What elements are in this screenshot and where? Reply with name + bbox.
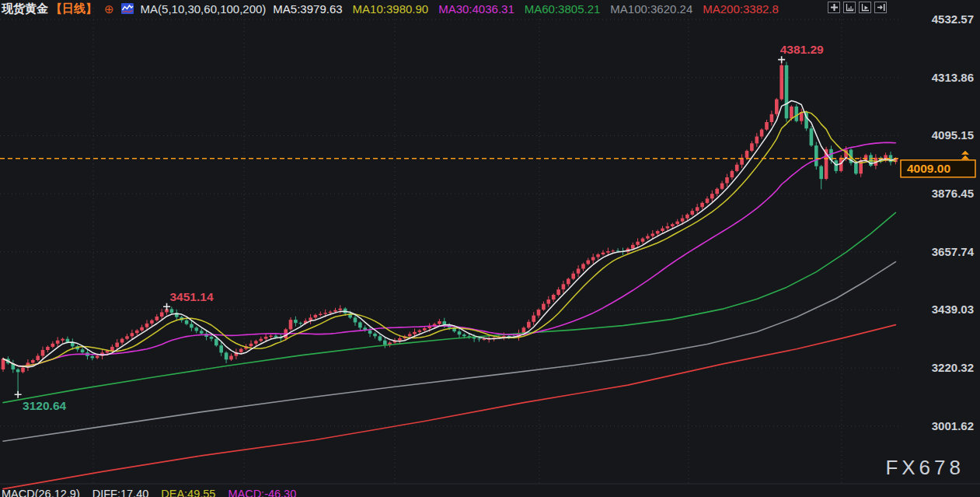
candle-body xyxy=(473,338,476,338)
ma-settings-label[interactable]: MA(5,10,30,60,100,200) xyxy=(141,2,267,16)
candle-body xyxy=(125,336,129,338)
axis-scale-icon[interactable] xyxy=(843,2,856,13)
y-axis-label: 3876.45 xyxy=(932,187,974,200)
ma-line-ma100 xyxy=(3,262,895,442)
candle-body xyxy=(715,189,719,194)
ma-legend-item: MA5:3979.63 xyxy=(273,2,342,16)
candle-body xyxy=(810,128,814,145)
candle-body xyxy=(483,339,487,340)
candle-body xyxy=(765,122,769,130)
candle-body xyxy=(160,313,164,317)
candle-body xyxy=(383,341,387,345)
candlestick-chart[interactable]: 4009.004532.574313.864095.153876.453657.… xyxy=(0,0,980,497)
candle-body xyxy=(354,317,357,322)
candle-body xyxy=(314,315,318,317)
macd-diff-value: DIFF:17.40 xyxy=(92,488,149,497)
move-icon[interactable] xyxy=(828,2,840,13)
candle-body xyxy=(115,343,119,348)
candle-body xyxy=(755,137,759,144)
y-axis-label: 3439.03 xyxy=(932,303,974,316)
candle-body xyxy=(691,211,695,215)
candle-body xyxy=(319,314,323,315)
exit-right-icon[interactable] xyxy=(874,2,887,13)
candle-body xyxy=(106,351,110,352)
candle-body xyxy=(21,368,25,373)
candle-body xyxy=(656,231,660,233)
candle-body xyxy=(46,347,50,350)
candle-body xyxy=(651,233,655,236)
candle-body xyxy=(66,339,70,342)
y-axis-label: 3657.74 xyxy=(932,245,975,258)
candle-body xyxy=(864,155,868,160)
candle-body xyxy=(185,320,189,324)
candle-body xyxy=(2,359,5,369)
candle-body xyxy=(666,226,670,229)
macd-indicator-row[interactable]: MACD(26,12,9) DIFF:17.40 DEA:49.55 MACD:… xyxy=(2,488,296,497)
candle-body xyxy=(675,222,679,224)
candle-body xyxy=(602,253,605,254)
candle-body xyxy=(398,338,402,341)
candle-body xyxy=(264,337,268,339)
candle-body xyxy=(368,331,372,334)
ma-line-ma10 xyxy=(3,112,895,366)
add-indicator-icon[interactable]: ⊕ xyxy=(104,3,114,15)
candle-body xyxy=(269,336,273,337)
candle-body xyxy=(36,356,40,361)
candle-body xyxy=(775,100,779,114)
candle-body xyxy=(358,323,362,328)
price-up-arrow-icon xyxy=(961,151,969,155)
candle-body xyxy=(542,304,546,310)
candle-body xyxy=(31,360,35,362)
candle-body xyxy=(641,239,645,242)
candle-body xyxy=(562,284,566,289)
candle-body xyxy=(413,332,417,334)
candle-body xyxy=(760,130,764,137)
y-axis-label: 4313.86 xyxy=(932,71,974,84)
y-axis-label: 4095.15 xyxy=(932,128,974,142)
candle-body xyxy=(587,261,591,264)
candle-body xyxy=(785,65,789,118)
ma-legend-item: MA10:3980.90 xyxy=(353,2,429,16)
ma-legend-item: MA30:4036.31 xyxy=(438,2,514,16)
axis-play-icon[interactable] xyxy=(859,2,871,13)
candle-body xyxy=(61,339,65,341)
candle-body xyxy=(661,229,664,231)
candle-body xyxy=(56,341,60,344)
candle-body xyxy=(646,236,650,239)
candle-body xyxy=(81,349,85,352)
candle-body xyxy=(16,369,20,372)
candle-body xyxy=(170,309,174,313)
candle-body xyxy=(239,349,243,352)
candle-body xyxy=(443,321,447,324)
candle-body xyxy=(210,337,214,339)
candle-body xyxy=(706,198,710,203)
candle-body xyxy=(745,151,749,158)
chart-type-icon[interactable] xyxy=(121,3,134,14)
candle-body xyxy=(458,331,462,334)
candle-body xyxy=(591,257,595,261)
current-price-value: 4009.00 xyxy=(907,162,950,175)
period-tag[interactable]: 【日线】 xyxy=(51,2,97,16)
candle-body xyxy=(596,254,600,257)
candle-body xyxy=(145,324,149,327)
extreme-price-label: 3120.64 xyxy=(23,399,66,412)
candle-body xyxy=(671,224,675,226)
candle-body xyxy=(110,347,114,351)
candle-body xyxy=(408,334,412,337)
candle-body xyxy=(378,336,382,341)
extreme-cross-marker xyxy=(15,391,22,398)
candle-body xyxy=(150,320,154,324)
candle-body xyxy=(522,327,526,333)
ma-line-ma200 xyxy=(3,325,895,489)
ma-legend: MA5:3979.63MA10:3980.90MA30:4036.31MA60:… xyxy=(273,2,778,16)
candle-body xyxy=(41,350,45,356)
instrument-title: 现货黄金 xyxy=(2,2,48,16)
candle-body xyxy=(249,344,253,346)
extreme-price-label: 3451.14 xyxy=(170,290,214,303)
candle-body xyxy=(527,322,531,328)
candle-body xyxy=(770,114,774,122)
candle-body xyxy=(552,295,556,299)
candle-body xyxy=(200,331,204,333)
ma-line-ma60 xyxy=(3,212,895,402)
price-up-arrow-icon xyxy=(961,156,969,159)
